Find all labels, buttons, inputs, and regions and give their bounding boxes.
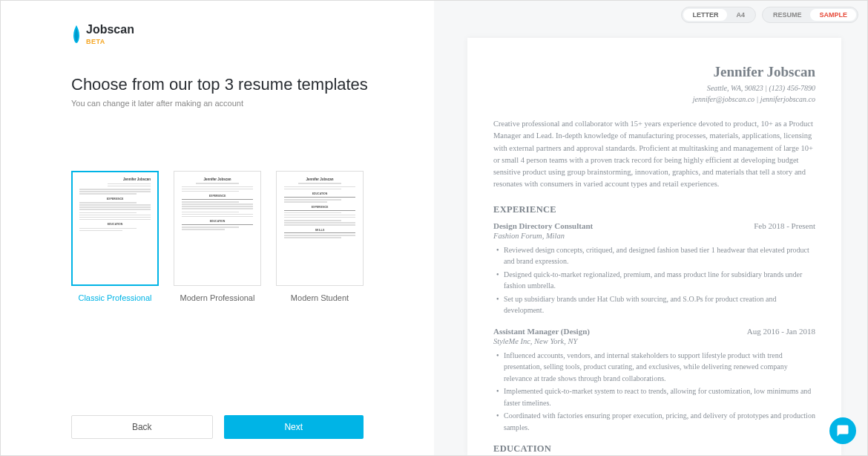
resume-name: Jennifer Jobscan <box>493 64 815 80</box>
page-subheading: You can change it later after making an … <box>71 99 404 108</box>
toggle-a4[interactable]: A4 <box>727 9 754 21</box>
mode-toggle: RESUME SAMPLE <box>762 7 858 23</box>
logo-beta: BETA <box>86 38 134 45</box>
preview-panel: Jennifer Jobscan Seattle, WA, 90823 | (1… <box>434 1 867 455</box>
job-company: Fashion Forum, Milan <box>493 232 815 240</box>
resume-contact-line1: Seattle, WA, 90823 | (123) 456-7890 <box>493 82 815 94</box>
job-title: Assistant Manager (Design) <box>493 327 590 336</box>
resume-preview: Jennifer Jobscan Seattle, WA, 90823 | (1… <box>467 38 841 455</box>
toggle-resume[interactable]: RESUME <box>764 9 811 21</box>
job-date: Aug 2016 - Jan 2018 <box>747 327 815 336</box>
toggle-letter[interactable]: LETTER <box>683 9 727 21</box>
template-label: Modern Student <box>276 293 364 302</box>
logo: Jobscan BETA <box>71 23 404 45</box>
template-list: Jennifer Jobscan EXPERIENCE EDUCATION Cl… <box>71 171 404 302</box>
template-thumbnail: Jennifer Jobscan EXPERIENCE EDUCATION <box>174 171 261 286</box>
template-modern-student[interactable]: Jennifer Jobscan EDUCATION EXPERIENCE SK… <box>276 171 364 302</box>
bullet: Influenced accounts, vendors, and intern… <box>504 350 815 385</box>
job-date: Feb 2018 - Present <box>754 221 815 230</box>
view-toggles: LETTER A4 RESUME SAMPLE <box>681 7 858 23</box>
nav-buttons: Back Next <box>71 415 364 439</box>
bullet: Set up subsidiary brands under Hat Club … <box>504 293 815 316</box>
job-bullets: Reviewed design concepts, critiqued, and… <box>493 244 815 316</box>
bullet: Coordinated with factories ensuring prop… <box>504 410 815 433</box>
back-button[interactable]: Back <box>71 415 213 439</box>
bullet: Implemented quick-to-market system to re… <box>504 385 815 408</box>
left-panel: Jobscan BETA Choose from our top 3 resum… <box>1 1 434 455</box>
page-heading: Choose from our top 3 resume templates <box>71 75 404 94</box>
chat-icon <box>836 424 849 437</box>
resume-header: Jennifer Jobscan Seattle, WA, 90823 | (1… <box>493 64 815 105</box>
job-bullets: Influenced accounts, vendors, and intern… <box>493 350 815 434</box>
resume-job: Design Directory Consultant Feb 2018 - P… <box>493 221 815 316</box>
jobscan-logo-icon <box>71 25 82 43</box>
bullet: Designed quick-to-market regionalized, p… <box>504 269 815 292</box>
resume-summary: Creative professional and collaborator w… <box>493 118 815 191</box>
next-button[interactable]: Next <box>224 415 364 439</box>
template-classic-professional[interactable]: Jennifer Jobscan EXPERIENCE EDUCATION Cl… <box>71 171 159 302</box>
resume-contact-line2: jennifer@jobscan.co | jenniferjobscan.co <box>493 94 815 105</box>
job-company: StyleMe Inc, New York, NY <box>493 337 815 345</box>
bullet: Reviewed design concepts, critiqued, and… <box>504 244 815 267</box>
resume-job: Assistant Manager (Design) Aug 2016 - Ja… <box>493 327 815 434</box>
paper-size-toggle: LETTER A4 <box>681 7 756 23</box>
template-label: Modern Professional <box>174 293 261 302</box>
resume-section-experience: EXPERIENCE <box>493 204 815 215</box>
toggle-sample[interactable]: SAMPLE <box>810 9 856 21</box>
logo-text: Jobscan <box>86 23 134 36</box>
help-button[interactable] <box>829 417 856 444</box>
template-label: Classic Professional <box>71 293 159 302</box>
template-thumbnail: Jennifer Jobscan EXPERIENCE EDUCATION <box>71 171 159 286</box>
job-title: Design Directory Consultant <box>493 221 593 230</box>
template-thumbnail: Jennifer Jobscan EDUCATION EXPERIENCE SK… <box>276 171 364 286</box>
resume-section-education: EDUCATION <box>493 443 815 455</box>
template-modern-professional[interactable]: Jennifer Jobscan EXPERIENCE EDUCATION Mo… <box>174 171 261 302</box>
